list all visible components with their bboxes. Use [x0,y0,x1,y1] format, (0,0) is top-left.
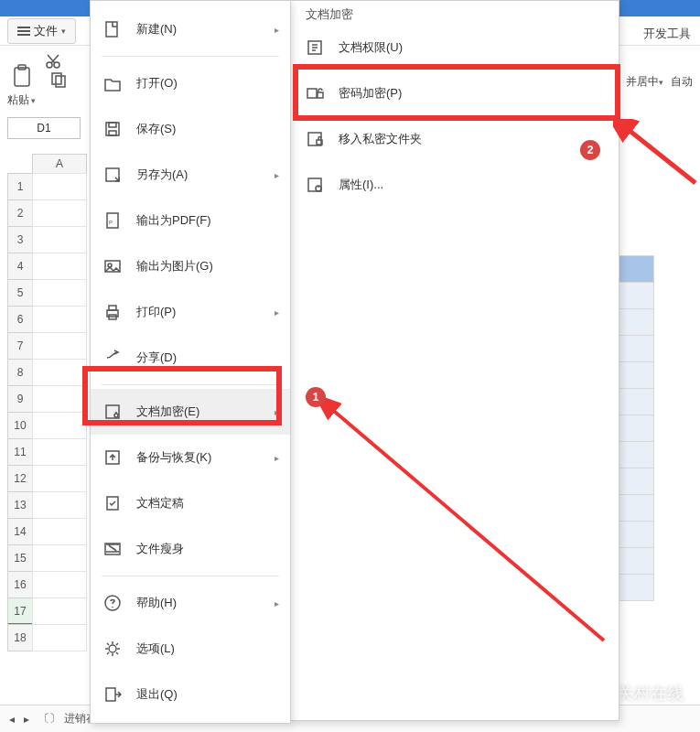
encrypt-icon [103,403,122,421]
menu-item-help[interactable]: 帮助(H)▸ [91,580,290,626]
svg-text:P: P [109,220,113,225]
row-header[interactable]: 8 [7,359,33,386]
clipboard-icon [12,64,32,91]
menu-item-backup[interactable]: 备份与恢复(K)▸ [91,435,290,480]
cell[interactable] [32,173,87,200]
submenu-item-pwd[interactable]: 密码加密(P) [291,70,619,116]
name-box-input[interactable]: D1 [7,117,81,139]
auto-button[interactable]: 自动 [671,74,693,90]
sheet-nav-prev-icon[interactable]: ◂ [9,713,15,726]
row-header[interactable]: 13 [7,491,33,519]
submenu-item-props[interactable]: 属性(I)... [291,162,619,208]
share-icon [103,349,122,367]
row-header[interactable]: 9 [7,385,33,413]
cell[interactable] [32,438,87,466]
table-row: 16 [7,572,87,598]
menu-item-label: 备份与恢复(K) [136,449,211,466]
row-header[interactable]: 2 [7,199,33,227]
svg-rect-28 [307,89,317,98]
cell[interactable] [32,253,87,280]
cell[interactable] [32,385,87,413]
table-row: 10 [7,413,87,439]
cell[interactable] [32,332,87,360]
menu-item-open[interactable]: 打开(O) [91,60,290,106]
submenu-item-private[interactable]: 移入私密文件夹 [291,116,619,162]
table-row: 3 [7,227,87,253]
menu-item-print[interactable]: 打印(P)▸ [91,289,290,335]
menu-item-final[interactable]: 文档定稿 [91,480,290,526]
print-icon [103,303,122,321]
table-row: 12 [7,466,87,492]
svg-rect-9 [109,123,116,127]
submenu-item-label: 密码加密(P) [339,85,402,102]
paste-button[interactable]: 粘贴▾ [7,64,36,108]
cell[interactable] [32,518,87,545]
row-header[interactable]: 18 [7,624,33,651]
annotation-arrow-2 [613,119,700,192]
column-header[interactable]: A [32,154,87,174]
chevron-right-icon: ▸ [275,307,279,318]
row-header[interactable]: 17 [7,597,33,625]
cell[interactable] [32,624,87,651]
file-menu-button[interactable]: 文件 ▾ [7,18,76,44]
menu-separator [102,576,279,576]
row-header[interactable]: 12 [7,465,33,492]
menu-item-label: 退出(Q) [136,686,178,703]
cell[interactable] [32,465,87,492]
row-header[interactable]: 14 [7,518,33,545]
svg-line-35 [624,126,695,183]
menu-item-compress[interactable]: 文件瘦身 [91,526,290,572]
table-row: 1 [7,174,87,200]
menu-separator [102,384,279,385]
menu-item-share[interactable]: 分享(D) [91,335,290,381]
row-header[interactable]: 5 [7,279,33,307]
cell[interactable] [32,306,87,333]
menu-item-saveas[interactable]: 另存为(A)▸ [91,152,290,198]
row-header[interactable]: 1 [7,173,33,200]
cut-icon[interactable] [45,53,61,72]
cell[interactable] [32,597,87,625]
row-header[interactable]: 6 [7,306,33,333]
cell[interactable] [32,412,87,439]
row-header[interactable]: 10 [7,412,33,439]
row-header[interactable]: 16 [7,571,33,598]
menu-item-label: 打开(O) [136,75,178,92]
cell[interactable] [32,279,87,307]
cell[interactable] [32,199,87,227]
spreadsheet-grid: A 123456789101112131415161718 [7,154,87,651]
submenu-item-perm[interactable]: 文档权限(U) [291,25,619,70]
cell[interactable] [32,544,87,572]
cell[interactable] [32,226,87,253]
devtools-tab[interactable]: 开发工具 [643,26,691,42]
svg-rect-8 [106,123,119,135]
table-row: 5 [7,280,87,307]
menu-item-label: 帮助(H) [136,595,177,611]
row-header[interactable]: 3 [7,226,33,253]
row-header[interactable]: 7 [7,332,33,360]
menu-item-encrypt[interactable]: 文档加密(E)▸ [91,389,290,435]
copy-icon[interactable] [50,71,67,91]
menu-item-pdf[interactable]: P输出为PDF(F) [91,198,290,243]
menu-item-label: 选项(L) [136,640,175,657]
menu-item-label: 保存(S) [136,121,176,137]
menu-item-save[interactable]: 保存(S) [91,106,290,152]
submenu-item-label: 文档权限(U) [339,39,403,56]
annotation-marker-1: 1 [306,387,326,407]
row-header[interactable]: 4 [7,253,33,280]
row-header[interactable]: 15 [7,544,33,572]
menu-item-options[interactable]: 选项(L) [91,626,290,672]
menu-item-label: 输出为PDF(F) [136,212,211,229]
menu-item-exit[interactable]: 退出(Q) [91,672,290,717]
merge-center-button[interactable]: 并居中▾ [626,74,663,90]
row-header[interactable]: 11 [7,438,33,466]
table-row: 14 [7,519,87,545]
table-row: 17 [7,598,87,625]
cell[interactable] [32,359,87,386]
menu-item-image[interactable]: 输出为图片(G) [91,243,290,289]
menu-item-new[interactable]: 新建(N)▸ [91,6,290,52]
cell[interactable] [32,491,87,519]
sheet-nav-next-icon[interactable]: ▸ [24,713,29,726]
backup-icon [103,448,122,467]
cell[interactable] [32,571,87,598]
svg-rect-32 [308,178,321,191]
